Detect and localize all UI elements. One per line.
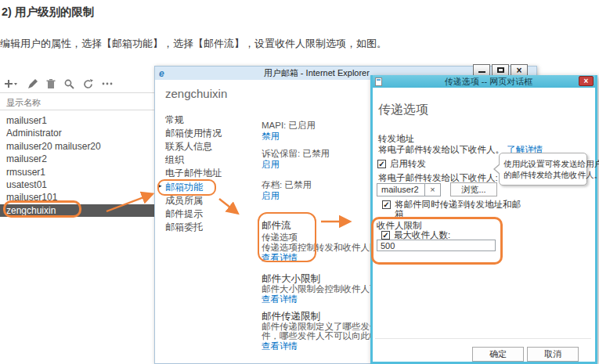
view-details-link[interactable]: 查看详情: [262, 294, 298, 305]
divider: [375, 338, 591, 339]
nav-item-email-address[interactable]: 电子邮件地址: [165, 167, 222, 180]
dialog-titlebar[interactable]: 传递选项 -- 网页对话框: [373, 75, 595, 88]
webpage-icon: [375, 77, 382, 86]
minimize-icon: [478, 71, 485, 73]
max-recipients-checkbox[interactable]: [381, 231, 390, 240]
tooltip-arrow-icon: [495, 164, 500, 174]
enable-forwarding-row: 启用转发: [377, 158, 426, 170]
ie-logo-icon: e: [159, 69, 164, 78]
nav-item-mailtips[interactable]: 邮件提示: [165, 207, 203, 221]
nav-item-contact-info[interactable]: 联系人信息: [165, 140, 212, 153]
feature-action-link[interactable]: 启用: [262, 190, 280, 202]
minimize-button[interactable]: [473, 64, 490, 76]
nav-item-member-of[interactable]: 成员所属: [165, 194, 203, 207]
more-icon[interactable]: [102, 82, 113, 85]
divider: [0, 110, 154, 110]
column-header-display-name[interactable]: 显示名称: [6, 97, 41, 109]
add-icon[interactable]: [5, 79, 19, 89]
tooltip-text: 使用此设置可将发送给用户: [503, 158, 583, 169]
delete-icon[interactable]: [46, 79, 56, 89]
dialog-close-button[interactable]: [579, 76, 594, 86]
nav-item-mailbox-delegation[interactable]: 邮箱委托: [165, 221, 203, 234]
page: 2) 用户级别的限制 编辑用户的属性，选择【邮箱功能】，选择【邮件流】，设置收件…: [0, 0, 599, 364]
recipient-value: mailuser2: [377, 184, 424, 196]
forward-address-label: 转发地址: [378, 133, 414, 145]
instruction-text: 编辑用户的属性，选择【邮箱功能】，选择【邮件流】，设置收件人限制选项，如图。: [0, 37, 387, 51]
list-item[interactable]: mailuser20 mailuser20: [0, 140, 154, 153]
ok-button[interactable]: 确定: [472, 347, 524, 362]
deliver-both-label: 将邮件同时传递到转发地址和邮: [395, 199, 521, 211]
deliver-both-label-wrap: 箱: [395, 208, 404, 220]
remove-recipient-button[interactable]: [424, 184, 440, 196]
user-rows: mailuser1 Administrator mailuser20 mailu…: [0, 114, 154, 217]
nav-item-general[interactable]: 常规: [165, 114, 184, 127]
feature-status: MAPI: 已启用: [262, 120, 316, 132]
enable-forwarding-label: 启用转发: [390, 158, 426, 170]
list-item[interactable]: usatest01: [0, 178, 154, 191]
close-button[interactable]: [511, 64, 528, 76]
user-list-panel: 显示名称 mailuser1 Administrator mailuser20 …: [0, 75, 154, 364]
list-toolbar: [5, 77, 113, 91]
tooltip-text: 的邮件转发给其他收件人。: [503, 169, 583, 180]
window-controls: [473, 64, 528, 76]
mailbox-user-heading: zengchuixin: [165, 87, 227, 100]
section-title-mail-flow: 邮件流: [262, 219, 291, 232]
forwarding-tooltip: 使用此设置可将发送给用户 的邮件转发给其他收件人。: [499, 153, 587, 186]
view-details-link[interactable]: 查看详情: [262, 341, 298, 352]
list-item[interactable]: mailuser2: [0, 153, 154, 165]
nav-item-organization[interactable]: 组织: [165, 153, 184, 167]
nav-item-mailbox-usage[interactable]: 邮箱使用情况: [165, 127, 222, 140]
feature-action-link[interactable]: 启用: [262, 159, 280, 171]
section-heading: 2) 用户级别的限制: [2, 5, 94, 20]
divider: [0, 92, 154, 93]
refresh-icon[interactable]: [83, 79, 93, 89]
view-details-link[interactable]: 查看详情: [262, 252, 298, 264]
edit-icon[interactable]: [27, 79, 38, 89]
delivery-options-dialog: 传递选项 -- 网页对话框 传递选项 转发地址 将电子邮件转发给以下收件人。 了…: [370, 75, 597, 364]
nav-arrow-icon: ▸: [158, 182, 162, 189]
max-recipients-input[interactable]: [377, 240, 496, 251]
deliver-both-checkbox[interactable]: [382, 200, 391, 209]
list-item[interactable]: mailuser1: [0, 114, 154, 127]
enable-forwarding-checkbox[interactable]: [377, 160, 386, 168]
list-item[interactable]: mailuser101: [0, 191, 154, 204]
maximize-button[interactable]: [492, 64, 509, 76]
nav-item-mailbox-features[interactable]: ▸邮箱功能: [165, 181, 203, 194]
cancel-button[interactable]: 取消: [527, 347, 579, 362]
feature-action-link[interactable]: 禁用: [262, 131, 280, 142]
browse-button[interactable]: 浏览...: [450, 182, 497, 196]
search-icon[interactable]: [64, 79, 74, 89]
list-item-selected[interactable]: zengchuixin: [0, 204, 154, 217]
feature-status: 存档: 已禁用: [262, 179, 312, 191]
maximize-icon: [497, 67, 504, 73]
list-item[interactable]: Administrator: [0, 127, 154, 139]
list-item[interactable]: rmsuser1: [0, 166, 154, 178]
dialog-title: 传递选项 -- 网页对话框: [382, 76, 595, 88]
dialog-heading: 传递选项: [378, 102, 428, 118]
recipient-chip: mailuser2: [377, 183, 441, 196]
feature-status: 诉讼保留: 已禁用: [262, 148, 330, 160]
